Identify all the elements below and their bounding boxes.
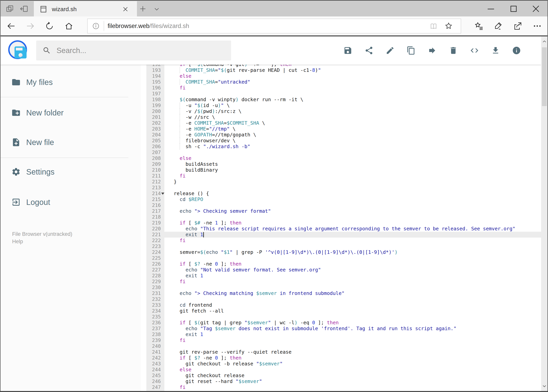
code-line[interactable]: echo "This release script requires a sin… [174, 226, 541, 232]
code-line[interactable]: -v /$(pwd):/src:z \ [174, 108, 541, 114]
sidebar-item-my-files[interactable]: My files [0, 72, 137, 92]
new-tab-button[interactable] [139, 5, 147, 13]
fold-arrow-icon[interactable] [161, 193, 164, 195]
code-line[interactable]: release () { [174, 191, 541, 196]
share-page-icon[interactable] [513, 21, 522, 31]
code-line[interactable]: cd frontend [174, 302, 541, 308]
code-line[interactable] [174, 244, 541, 249]
code-line[interactable] [174, 285, 541, 290]
code-line[interactable]: git checkout -b release "$semver" [174, 361, 541, 367]
code-line[interactable]: if [ $# -ne 1 ]; then [174, 220, 541, 226]
favorite-star-icon[interactable] [444, 22, 453, 30]
favorites-hub-icon[interactable] [474, 21, 484, 31]
code-line[interactable] [174, 296, 541, 302]
code-editor[interactable]: 192 if [ "$(command -v git)" != "" ]; th… [141, 65, 541, 391]
sidebar-item-new-folder[interactable]: New folder [0, 103, 137, 123]
tabs-aside-icon[interactable] [20, 5, 28, 13]
code-line[interactable]: fi [174, 384, 541, 390]
code-line[interactable]: $(command -v winpty) docker run --rm -it… [174, 97, 541, 103]
code-line[interactable]: if [ $? -ne 0 ]; then [174, 355, 541, 361]
rename-button[interactable] [386, 46, 395, 55]
code-line[interactable]: buildAssets [174, 161, 541, 167]
code-line[interactable]: echo "> Checking matching $semver in fro… [174, 290, 541, 296]
code-line[interactable]: filebrowser/dev \ [174, 138, 541, 144]
sidebar-item-new-file[interactable]: New file [0, 133, 137, 152]
code-line[interactable]: else [174, 73, 541, 79]
download-button[interactable] [491, 46, 500, 55]
code-line[interactable]: fi [174, 238, 541, 244]
code-line[interactable]: exit 1 [174, 331, 541, 337]
code-line[interactable]: } [174, 179, 541, 185]
code-line[interactable]: COMMIT_SHA="untracked" [174, 79, 541, 85]
code-line[interactable] [174, 255, 541, 261]
browser-tab[interactable]: wizard.sh [34, 1, 137, 17]
search-box[interactable] [36, 41, 231, 61]
code-line[interactable]: if [ $? -ne 0 ]; then [174, 261, 541, 267]
move-button[interactable] [428, 46, 437, 55]
delete-button[interactable] [449, 46, 458, 55]
code-line[interactable]: -u "$(id -u)" \ [174, 103, 541, 108]
code-line[interactable]: -e GOPATH=//tmp/gopath \ [174, 132, 541, 138]
more-options-icon[interactable] [533, 21, 542, 31]
scroll-down-icon[interactable] [542, 383, 547, 389]
home-button[interactable] [64, 21, 73, 30]
copy-button[interactable] [407, 46, 416, 55]
code-line[interactable]: fi [174, 337, 541, 343]
code-line[interactable]: semver=$(echo "$1" | grep -P '^v(0|[1-9]… [174, 249, 541, 255]
code-line[interactable]: -w //src \ [174, 114, 541, 120]
code-line[interactable]: echo "Tag $semver does not exist in subm… [174, 326, 541, 331]
code-line[interactable] [174, 214, 541, 220]
help-link[interactable]: Help [12, 238, 23, 245]
code-line[interactable]: buildBinary [174, 167, 541, 173]
scroll-up-icon[interactable] [542, 39, 547, 44]
save-button[interactable] [343, 46, 352, 55]
code-line[interactable]: fi [174, 279, 541, 285]
window-close-button[interactable] [530, 3, 541, 14]
line-number: 203 [146, 126, 161, 132]
tab-list-chevron-icon[interactable] [153, 5, 160, 13]
info-button[interactable] [512, 46, 521, 55]
filebrowser-logo[interactable] [8, 40, 27, 59]
tab-preview-icon[interactable] [6, 5, 14, 13]
page-scrollbar[interactable] [541, 36, 548, 391]
code-line[interactable]: git fetch --all [174, 308, 541, 314]
sidebar-item-logout[interactable]: Logout [0, 192, 137, 212]
code-line[interactable]: -e COMMIT_SHA=$COMMIT_SHA \ [174, 120, 541, 126]
code-line[interactable] [174, 314, 541, 320]
code-view-button[interactable] [470, 46, 479, 55]
code-line[interactable]: fi [174, 173, 541, 179]
code-line[interactable]: else [174, 155, 541, 161]
code-line[interactable]: exit 1 [174, 273, 541, 279]
code-line[interactable] [174, 91, 541, 97]
refresh-button[interactable] [45, 21, 54, 30]
code-line[interactable]: git checkout release [174, 373, 541, 378]
code-line[interactable]: sh -c "./wizard.sh -b" [174, 144, 541, 149]
code-line[interactable]: git reset --hard "$semver" [174, 378, 541, 384]
code-line[interactable]: cd $REPO [174, 196, 541, 202]
code-line[interactable] [174, 149, 541, 155]
site-info-icon[interactable] [92, 22, 100, 30]
code-line[interactable]: if [ "$(command -v git)" != "" ]; then [174, 65, 541, 67]
code-line[interactable]: else [174, 367, 541, 373]
share-button[interactable] [364, 46, 374, 55]
web-note-pen-icon[interactable] [494, 21, 503, 31]
code-line[interactable]: echo "> Checking semver format" [174, 208, 541, 214]
code-line[interactable]: -e HOME="//tmp" \ [174, 126, 541, 132]
code-line[interactable]: fi [174, 85, 541, 91]
code-line[interactable]: exit 1 [174, 232, 541, 238]
code-line[interactable] [174, 185, 541, 191]
window-maximize-button[interactable] [508, 3, 519, 14]
code-line[interactable]: if [ $(git tag | grep "$semver" | wc -l)… [174, 320, 541, 326]
window-minimize-button[interactable] [486, 3, 496, 14]
sidebar-item-settings[interactable]: Settings [0, 162, 137, 182]
tab-close-icon[interactable] [122, 6, 129, 13]
address-bar[interactable]: filebrowser.web/files/wizard.sh [87, 19, 461, 34]
code-line[interactable]: echo "Not valid semver format. See semve… [174, 267, 541, 273]
code-line[interactable]: git rev-parse --verify --quiet release [174, 349, 541, 355]
search-input[interactable] [56, 41, 225, 61]
scrollbar-thumb[interactable] [542, 47, 547, 106]
code-line[interactable] [174, 202, 541, 208]
back-button[interactable] [7, 21, 16, 30]
code-line[interactable]: COMMIT_SHA="$(git rev-parse HEAD | cut -… [174, 67, 541, 73]
code-line[interactable] [174, 343, 541, 349]
